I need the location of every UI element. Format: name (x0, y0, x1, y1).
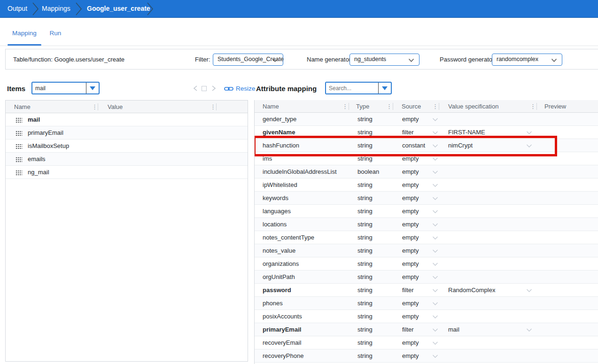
chevron-down-icon[interactable] (432, 223, 438, 227)
chevron-down-icon[interactable] (526, 289, 532, 293)
attribute-source: empty (402, 192, 419, 205)
breadcrumb-item-output[interactable]: Output (8, 0, 27, 17)
chevron-down-icon[interactable] (432, 144, 438, 148)
table-row[interactable]: organizations string empty (255, 257, 598, 271)
chevron-down-icon[interactable] (526, 328, 532, 332)
attribute-mapping-title: Attribute mapping (256, 85, 317, 93)
items-filter-input[interactable] (32, 83, 86, 93)
attribute-type: string (357, 271, 373, 284)
column-divider (393, 103, 393, 110)
attribute-type: boolean (357, 165, 379, 178)
kebab-menu-icon[interactable]: ⋮ (530, 100, 536, 113)
resize-button[interactable]: Resize (224, 85, 255, 92)
table-row[interactable]: keywords string empty (255, 192, 598, 205)
tab-run[interactable]: Run (46, 26, 65, 44)
table-row[interactable]: notes_value string empty (255, 244, 598, 257)
chevron-down-icon (272, 58, 278, 62)
attribute-search-input[interactable] (326, 83, 378, 93)
page-next-icon[interactable] (211, 85, 216, 92)
table-row[interactable]: locations string empty (255, 218, 598, 231)
list-item[interactable]: emails (6, 153, 248, 166)
chevron-down-icon[interactable] (432, 118, 438, 122)
drag-handle-icon[interactable] (16, 117, 22, 123)
attribute-type: string (357, 139, 373, 152)
chevron-down-icon[interactable] (432, 341, 438, 345)
kebab-menu-icon[interactable]: ⋮ (432, 100, 438, 113)
attribute-source: empty (402, 113, 419, 126)
kebab-menu-icon[interactable]: ⋮ (386, 100, 392, 113)
table-row[interactable]: primaryEmail string filter mail (255, 323, 598, 336)
chevron-down-icon[interactable] (432, 315, 438, 319)
attribute-name: keywords (263, 192, 288, 205)
list-item[interactable]: mail (6, 113, 248, 126)
attribute-source: empty (402, 297, 419, 310)
chevron-down-icon[interactable] (432, 249, 438, 253)
breadcrumb-item-mappings[interactable]: Mappings (42, 0, 70, 17)
list-item[interactable]: isMailboxSetup (6, 139, 248, 153)
table-row[interactable]: password string filter RandomComplex (255, 284, 598, 297)
chevron-down-icon[interactable] (432, 302, 438, 306)
table-row[interactable]: recoveryEmail string empty (255, 336, 598, 349)
chevron-down-icon[interactable] (432, 263, 438, 266)
table-row[interactable]: languages string empty (255, 205, 598, 218)
chevron-down-icon[interactable] (432, 236, 438, 240)
column-header-name: Name (14, 101, 31, 113)
list-item[interactable]: ng_mail (6, 166, 248, 179)
attribute-name: locations (263, 218, 287, 231)
attribute-source: empty (402, 244, 419, 257)
chevron-down-icon[interactable] (526, 131, 532, 135)
table-row[interactable]: gender_type string empty (255, 113, 598, 126)
item-name: ng_mail (28, 166, 49, 179)
chevron-down-icon[interactable] (526, 144, 532, 148)
page-square-icon[interactable] (202, 86, 207, 91)
attribute-filter-button[interactable] (378, 83, 391, 93)
kebab-menu-icon[interactable]: ⋮ (210, 101, 216, 113)
chevron-down-icon[interactable] (432, 210, 438, 214)
drag-handle-icon[interactable] (16, 144, 22, 149)
drag-handle-icon[interactable] (16, 131, 22, 136)
chevron-down-icon[interactable] (432, 289, 438, 293)
column-divider (536, 103, 537, 110)
attribute-type: string (357, 323, 373, 336)
attribute-name: hashFunction (263, 139, 299, 152)
drag-handle-icon[interactable] (16, 170, 22, 175)
breadcrumb-item-current[interactable]: Google_user_create (87, 0, 150, 17)
table-row[interactable]: notes_contentType string empty (255, 231, 598, 244)
list-item[interactable]: primaryEmail (6, 126, 248, 139)
table-row[interactable]: ipWhitelisted string empty (255, 178, 598, 192)
tab-mapping[interactable]: Mapping (8, 26, 41, 44)
chevron-down-icon[interactable] (432, 170, 438, 174)
kebab-menu-icon[interactable]: ⋮ (92, 101, 98, 113)
table-row[interactable]: posixAccounts string empty (255, 310, 598, 323)
attribute-type: string (357, 152, 373, 165)
attribute-value-specification: RandomComplex (448, 284, 495, 297)
chevron-down-icon[interactable] (432, 355, 438, 358)
chevron-down-icon[interactable] (432, 328, 438, 332)
chevron-down-icon[interactable] (432, 131, 438, 135)
chevron-down-icon[interactable] (432, 197, 438, 201)
drag-handle-icon[interactable] (16, 157, 22, 162)
table-row[interactable]: givenName string filter FIRST-NAME (255, 126, 598, 139)
attribute-source: filter (402, 126, 414, 139)
chevron-down-icon[interactable] (432, 276, 438, 279)
table-row[interactable]: ims string empty (255, 152, 598, 165)
attribute-type: string (357, 349, 373, 363)
chevron-down-icon[interactable] (432, 157, 438, 161)
attribute-type: string (357, 231, 373, 244)
attribute-type: string (357, 113, 373, 126)
column-divider (349, 103, 349, 110)
page-prev-icon[interactable] (193, 85, 198, 92)
items-filter-button[interactable] (86, 83, 99, 93)
table-row[interactable]: orgUnitPath string empty (255, 271, 598, 284)
filter-select[interactable]: Students_Google_Create (213, 54, 283, 66)
kebab-menu-icon[interactable]: ⋮ (342, 100, 348, 113)
name-generator-select[interactable]: ng_students (349, 54, 419, 66)
chevron-down-icon[interactable] (432, 184, 438, 187)
attribute-source: empty (402, 152, 419, 165)
table-row[interactable]: hashFunction string constant nimCrypt (255, 139, 598, 152)
table-row[interactable]: includeInGlobalAddressList boolean empty (255, 165, 598, 178)
table-row[interactable]: recoveryPhone string empty (255, 349, 598, 363)
attribute-name: organizations (263, 257, 299, 271)
table-row[interactable]: phones string empty (255, 297, 598, 310)
password-generator-select[interactable]: randomcomplex (492, 54, 562, 66)
